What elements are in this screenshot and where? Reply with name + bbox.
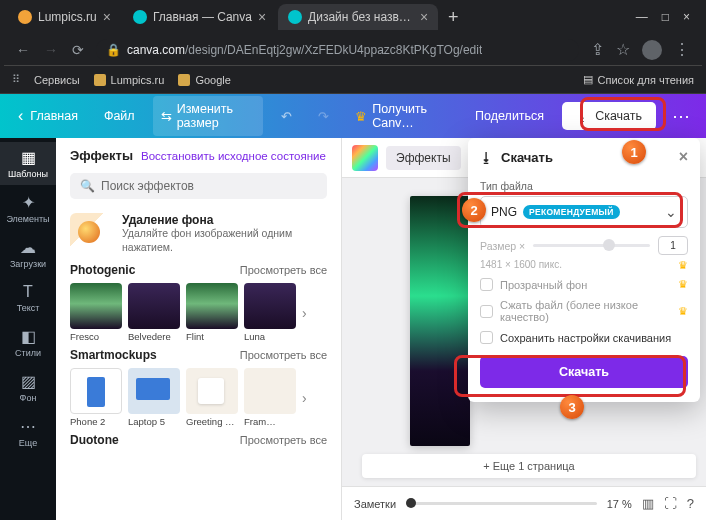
annotation-marker-3: 3 (560, 395, 584, 419)
resize-icon: ⇆ (161, 109, 172, 124)
effect-thumb[interactable]: Flint (186, 283, 238, 342)
bookmark-lumpics[interactable]: Lumpics.ru (94, 74, 165, 86)
apps-icon[interactable]: ⠿ (12, 73, 20, 86)
fullscreen-icon[interactable]: ⛶ (664, 496, 677, 511)
bg-remove-card[interactable]: Удаление фона Удаляйте фон изображений о… (70, 213, 327, 255)
rail-templates[interactable]: ▦Шаблоны (0, 142, 56, 185)
background-icon: ▨ (2, 372, 54, 391)
download-confirm-button[interactable]: Скачать (480, 356, 688, 388)
filetype-select[interactable]: PNG РЕКОМЕНДУЕМЫЙ (480, 196, 688, 228)
canvas-preview[interactable] (410, 196, 470, 446)
slider-handle[interactable] (406, 498, 416, 508)
search-input[interactable]: 🔍 Поиск эффектов (70, 173, 327, 199)
category-photogenic: Photogenic (70, 263, 135, 277)
chevron-right-icon[interactable]: › (302, 390, 307, 406)
pages-icon[interactable]: ▥ (642, 496, 654, 511)
rail-background[interactable]: ▨Фон (0, 366, 56, 409)
undo-button[interactable]: ↶ (273, 103, 300, 130)
home-button[interactable]: Главная (10, 101, 86, 131)
category-duotone: Duotone (70, 433, 119, 447)
browser-tab[interactable]: Главная — Canva × (123, 4, 276, 30)
minimize-icon[interactable]: — (636, 10, 648, 24)
effect-thumb[interactable]: Fram… (244, 368, 296, 427)
forward-icon[interactable]: → (44, 42, 58, 58)
effects-tab[interactable]: Эффекты (386, 146, 461, 170)
get-canva-button[interactable]: ♛Получить Canv… (347, 96, 457, 136)
see-all-link[interactable]: Просмотреть все (240, 349, 327, 361)
more-icon: ⋯ (2, 417, 54, 436)
effect-thumb[interactable]: Luna (244, 283, 296, 342)
effect-thumb[interactable]: Laptop 5 (128, 368, 180, 427)
star-icon[interactable]: ☆ (616, 40, 630, 59)
close-window-icon[interactable]: × (683, 10, 690, 24)
lock-icon: 🔒 (106, 43, 121, 57)
styles-icon: ◧ (2, 327, 54, 346)
effect-thumb[interactable]: Fresco (70, 283, 122, 342)
panel-title: Эффекты (70, 148, 133, 163)
rail-elements[interactable]: ✦Элементы (0, 187, 56, 230)
reload-icon[interactable]: ⟳ (72, 42, 84, 58)
url-field[interactable]: 🔒 canva.com/design/DAEnEqtj2gw/XzFEDkU4p… (96, 39, 579, 61)
notes-button[interactable]: Заметки (354, 498, 396, 510)
share-button[interactable]: Поделиться (467, 103, 552, 129)
close-icon[interactable]: × (679, 148, 688, 166)
help-icon[interactable]: ? (687, 496, 694, 511)
popover-title: Скачать (501, 150, 553, 165)
redo-button[interactable]: ↷ (310, 103, 337, 130)
reset-link[interactable]: Восстановить исходное состояние (141, 150, 326, 162)
file-menu[interactable]: Файл (96, 103, 143, 129)
browser-tab[interactable]: Lumpics.ru × (8, 4, 121, 30)
filetype-label: Тип файла (480, 180, 688, 192)
reading-list[interactable]: ▤Список для чтения (583, 73, 694, 86)
bookmark-services[interactable]: Сервисы (34, 74, 80, 86)
effect-thumb[interactable]: Phone 2 (70, 368, 122, 427)
transparent-checkbox[interactable]: Прозрачный фон♛ (480, 278, 688, 291)
address-bar: ← → ⟳ 🔒 canva.com/design/DAEnEqtj2gw/XzF… (4, 34, 702, 66)
save-settings-checkbox[interactable]: Сохранить настройки скачивания (480, 331, 688, 344)
compress-checkbox[interactable]: Сжать файл (более низкое качество)♛ (480, 299, 688, 323)
annotation-marker-1: 1 (622, 140, 646, 164)
more-button[interactable]: ⋯ (666, 105, 696, 127)
browser-tab-active[interactable]: Дизайн без названия — 1481… × (278, 4, 438, 30)
chevron-right-icon[interactable]: › (302, 305, 307, 321)
close-icon[interactable]: × (420, 10, 428, 24)
rail-text[interactable]: TТекст (0, 277, 56, 319)
slider-handle[interactable] (603, 239, 615, 251)
color-picker[interactable] (352, 145, 378, 171)
zoom-value[interactable]: 17 % (607, 498, 632, 510)
category-smartmockups: Smartmockups (70, 348, 157, 362)
search-icon: 🔍 (80, 179, 95, 193)
crown-icon: ♛ (678, 278, 688, 291)
download-button[interactable]: ⭳Скачать (562, 102, 656, 130)
share-icon[interactable]: ⇪ (591, 40, 604, 59)
new-tab-button[interactable]: + (440, 7, 467, 28)
close-icon[interactable]: × (258, 10, 266, 24)
rail-more[interactable]: ⋯Еще (0, 411, 56, 454)
maximize-icon[interactable]: □ (662, 10, 669, 24)
profile-icon[interactable] (642, 40, 662, 60)
rail-uploads[interactable]: ☁Загрузки (0, 232, 56, 275)
resize-button[interactable]: ⇆Изменить размер (153, 96, 264, 136)
filetype-value: PNG (491, 205, 517, 219)
size-value[interactable]: 1 (658, 236, 688, 255)
close-icon[interactable]: × (103, 10, 111, 24)
canva-header: Главная Файл ⇆Изменить размер ↶ ↷ ♛Получ… (0, 94, 706, 138)
crown-icon: ♛ (678, 259, 688, 272)
zoom-slider[interactable] (406, 502, 597, 505)
see-all-link[interactable]: Просмотреть все (240, 434, 327, 446)
effect-thumb[interactable]: Greeting car… (186, 368, 238, 427)
effect-thumb[interactable]: Belvedere (128, 283, 180, 342)
tab-title: Главная — Canva (153, 10, 252, 24)
effects-panel: Эффекты Восстановить исходное состояние … (56, 138, 342, 520)
add-page-button[interactable]: + Еще 1 страница (362, 454, 696, 478)
annotation-marker-2: 2 (462, 198, 486, 222)
back-icon[interactable]: ← (16, 42, 30, 58)
menu-icon[interactable]: ⋮ (674, 40, 690, 59)
bookmark-google[interactable]: Google (178, 74, 230, 86)
rail-styles[interactable]: ◧Стили (0, 321, 56, 364)
size-slider[interactable] (533, 244, 650, 247)
bg-remove-desc: Удаляйте фон изображений одним нажатием. (122, 227, 327, 254)
uploads-icon: ☁ (2, 238, 54, 257)
see-all-link[interactable]: Просмотреть все (240, 264, 327, 276)
browser-tab-bar: Lumpics.ru × Главная — Canva × Дизайн бе… (0, 0, 706, 34)
